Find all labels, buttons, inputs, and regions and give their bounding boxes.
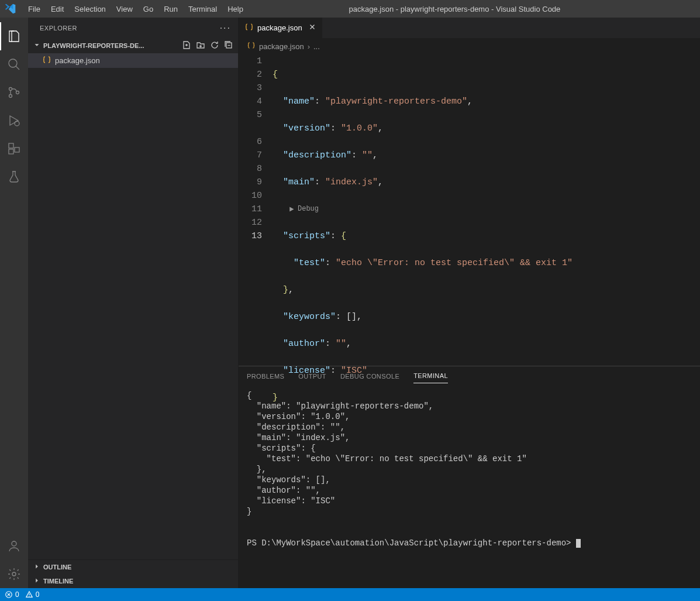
json-file-icon [244,22,254,33]
menu-run[interactable]: Run [159,2,182,16]
workspace-folder-name: PLAYWRIGHT-REPORTERS-DE... [43,42,144,49]
breadcrumb-tail: ... [313,42,320,51]
svg-point-3 [16,91,19,94]
titlebar: File Edit Selection View Go Run Terminal… [0,0,700,18]
menu-terminal[interactable]: Terminal [184,2,222,16]
status-bar: 0 0 [0,588,700,601]
code-editor[interactable]: 1 2 3 4 5 6 7 8 9 10 11 12 13 { "name": … [239,54,700,366]
tab-label: package.json [257,23,302,32]
explorer-more-icon[interactable]: ··· [220,23,231,33]
terminal-cursor [576,539,581,548]
activity-explorer-icon[interactable] [0,22,28,50]
activity-testing-icon[interactable] [0,163,28,191]
menu-selection[interactable]: Selection [70,2,110,16]
menu-view[interactable]: View [112,2,137,16]
editor-group: package.json package.json › ... 1 2 3 4 … [239,18,700,588]
chevron-down-icon [33,41,41,50]
status-error-count: 0 [15,590,19,599]
menu-go[interactable]: Go [139,2,158,16]
menu-help[interactable]: Help [223,2,248,16]
activity-search-icon[interactable] [0,50,28,78]
explorer-header: EXPLORER ··· [28,18,238,38]
window-title: package.json - playwright-reporters-demo… [249,5,695,13]
code-content[interactable]: { "name": "playwright-reporters-demo", "… [273,54,700,366]
svg-rect-7 [15,147,19,152]
new-folder-icon[interactable] [196,40,205,51]
menu-file[interactable]: File [23,2,45,16]
svg-point-12 [29,596,29,596]
workspace-folder-row[interactable]: PLAYWRIGHT-REPORTERS-DE... [28,38,238,53]
status-errors[interactable]: 0 [5,590,19,599]
svg-point-0 [9,59,17,67]
line-gutter: 1 2 3 4 5 6 7 8 9 10 11 12 13 [239,54,273,366]
svg-point-8 [12,541,16,546]
refresh-icon[interactable] [210,40,219,51]
close-icon[interactable] [308,23,316,33]
outline-section[interactable]: OUTLINE [28,560,238,574]
file-name: package.json [55,56,100,65]
activity-bar [0,18,28,588]
activity-extensions-icon[interactable] [0,135,28,163]
svg-point-2 [9,95,12,98]
vscode-logo-icon [5,3,16,15]
svg-rect-6 [9,149,13,154]
collapse-all-icon[interactable] [224,40,233,51]
activity-account-icon[interactable] [0,532,28,560]
status-warning-count: 0 [36,590,40,599]
chevron-right-icon [33,576,41,586]
explorer-title: EXPLORER [40,25,77,32]
file-tree-item[interactable]: package.json [28,53,238,68]
codelens-debug[interactable]: Debug [273,202,700,216]
svg-point-1 [9,88,12,91]
outline-label: OUTLINE [43,564,71,571]
breadcrumb-file: package.json [259,42,304,51]
activity-run-debug-icon[interactable] [0,107,28,135]
timeline-label: TIMELINE [43,578,73,585]
svg-point-9 [12,572,16,576]
json-file-icon [42,55,51,66]
timeline-section[interactable]: TIMELINE [28,574,238,588]
chevron-right-icon: › [308,42,310,51]
sidebar-explorer: EXPLORER ··· PLAYWRIGHT-REPORTERS-DE... … [28,18,239,588]
breadcrumbs[interactable]: package.json › ... [239,38,700,54]
svg-rect-5 [9,143,13,148]
svg-point-4 [15,121,19,126]
tab-package-json[interactable]: package.json [239,18,323,38]
activity-source-control-icon[interactable] [0,78,28,107]
new-file-icon[interactable] [182,40,191,51]
chevron-right-icon [33,562,41,572]
editor-tabs: package.json [239,18,700,38]
menu-edit[interactable]: Edit [46,2,68,16]
activity-settings-icon[interactable] [0,560,28,588]
json-file-icon [247,41,256,51]
status-warnings[interactable]: 0 [25,590,40,599]
